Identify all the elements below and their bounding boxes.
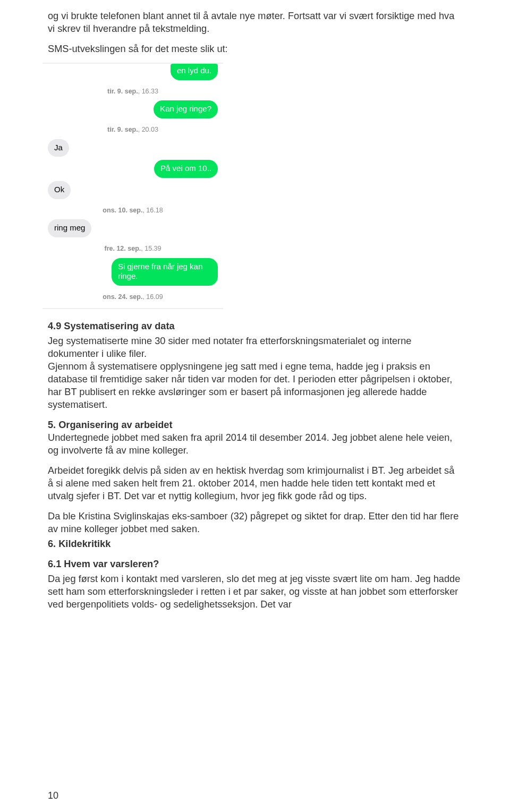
heading-6: 6. Kildekritikk: [48, 537, 462, 550]
sms-bubble: ring meg: [48, 219, 91, 237]
sms-screenshot: en lyd du. tir. 9. sep., 16.33 Kan jeg r…: [42, 63, 223, 309]
sms-in-1: Ja: [42, 138, 223, 159]
section-5-p2: Arbeidet foregikk delvis på siden av en …: [48, 464, 462, 502]
sms-bubble: På vei om 10..: [154, 160, 218, 178]
sms-timestamp: tir. 9. sep., 16.33: [42, 87, 223, 96]
body-6-1: Da jeg først kom i kontakt med varsleren…: [48, 572, 462, 611]
sms-bubble: Si gjerne fra når jeg kan ringe.: [112, 258, 218, 286]
sms-out-cut: en lyd du.: [42, 66, 223, 82]
section-5-p1: 5. Organisering av arbeidet Undertegnede…: [48, 418, 462, 457]
intro-paragraph-1: og vi brukte telefonen blant annet til å…: [48, 10, 462, 35]
sms-bubble: Ok: [48, 181, 71, 199]
heading-4-9: 4.9 Systematisering av data: [48, 320, 462, 332]
sms-timestamp: ons. 10. sep., 16.18: [42, 206, 223, 215]
sms-bubble: en lyd du.: [171, 64, 218, 80]
section-5-line1: Undertegnede jobbet med saken fra april …: [48, 432, 452, 456]
sms-out-2: På vei om 10..: [42, 158, 223, 180]
intro-paragraph-2: SMS-utvekslingen så for det meste slik u…: [48, 42, 462, 55]
sms-timestamp: tir. 9. sep., 20.03: [42, 125, 223, 134]
sms-out-3: Si gjerne fra når jeg kan ringe.: [42, 257, 223, 288]
sms-bubble: Kan jeg ringe?: [154, 100, 218, 118]
sms-in-3: ring meg: [42, 218, 223, 239]
sms-out-1: Kan jeg ringe?: [42, 99, 223, 120]
page-number: 10: [48, 790, 58, 802]
body-4-9: Jeg systematiserte mine 30 sider med not…: [48, 335, 462, 411]
sms-timestamp: fre. 12. sep., 15.39: [42, 244, 223, 253]
heading-5: 5. Organisering av arbeidet: [48, 420, 173, 430]
sms-timestamp: ons. 24. sep., 16.09: [42, 293, 223, 302]
heading-6-1: 6.1 Hvem var varsleren?: [48, 558, 462, 570]
sms-in-2: Ok: [42, 180, 223, 201]
section-5-p3: Da ble Kristina Sviglinskajas eks-samboe…: [48, 510, 462, 535]
sms-bubble: Ja: [48, 139, 69, 157]
